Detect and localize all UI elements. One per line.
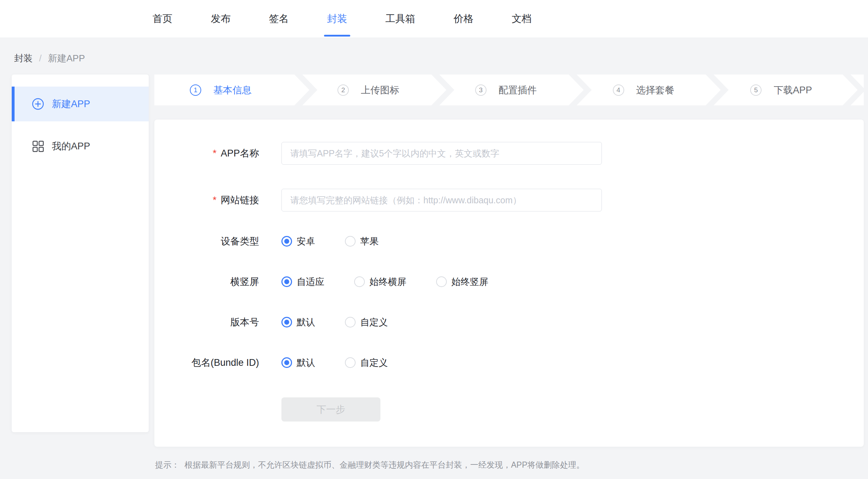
sidebar: 新建APP 我的APP [12, 75, 149, 432]
radio-label: 始终横屏 [369, 276, 406, 288]
next-step-button[interactable]: 下一步 [281, 397, 380, 422]
field-label-text: 网站链接 [221, 195, 259, 205]
radio-icon [436, 276, 447, 287]
breadcrumb-current: 新建APP [48, 52, 85, 65]
sidebar-item-new-app[interactable]: 新建APP [12, 87, 149, 121]
field-control: 默认 自定义 [281, 357, 418, 369]
main-nav: 首页 发布 签名 封装 工具箱 价格 文档 [153, 0, 532, 38]
radio-label: 苹果 [360, 235, 379, 248]
field-label: 版本号 [154, 316, 259, 329]
nav-label: 封装 [327, 12, 347, 26]
field-label: *APP名称 [154, 147, 259, 160]
radio-version-custom[interactable]: 自定义 [345, 316, 388, 329]
step-number-badge: 1 [190, 84, 201, 96]
step-configure-plugins: 3 配置插件 [451, 75, 589, 105]
plus-circle-icon [32, 98, 44, 110]
active-tab-underline [324, 35, 350, 37]
step-label: 上传图标 [361, 84, 399, 97]
radio-icon [345, 357, 356, 368]
nav-item-home[interactable]: 首页 [153, 0, 172, 38]
radio-label: 默认 [297, 316, 315, 329]
field-control: 默认 自定义 [281, 316, 418, 329]
radio-version-default[interactable]: 默认 [281, 316, 315, 329]
radio-orientation-landscape[interactable]: 始终横屏 [354, 276, 406, 288]
step-download-app: 5 下载APP [726, 75, 864, 105]
radio-label: 自定义 [360, 357, 388, 369]
site-url-input[interactable] [281, 189, 602, 211]
step-label: 选择套餐 [636, 84, 675, 97]
breadcrumb-section[interactable]: 封装 [14, 52, 33, 65]
radio-label: 自适应 [297, 276, 324, 288]
active-item-indicator [12, 87, 15, 121]
platform-rule-hint: 提示： 根据最新平台规则，不允许区块链虚拟币、金融理财类等违规内容在平台封装，一… [155, 459, 864, 470]
radio-icon [354, 276, 365, 287]
sidebar-item-label: 我的APP [52, 140, 90, 153]
required-mark: * [213, 148, 216, 159]
app-name-input[interactable] [281, 142, 602, 165]
radio-label: 始终竖屏 [451, 276, 488, 288]
content-layout: 新建APP 我的APP 1 基本信息 2 上传图标 [12, 75, 864, 470]
form-row-device-type: 设备类型 安卓 苹果 [154, 236, 864, 247]
field-label: *网站链接 [154, 194, 259, 207]
radio-icon [345, 317, 356, 327]
step-choose-plan: 4 选择套餐 [589, 75, 726, 105]
field-label: 设备类型 [154, 235, 259, 248]
form-row-bundle-id: 包名(Bundle ID) 默认 自定义 [154, 357, 864, 368]
radio-device-android[interactable]: 安卓 [281, 235, 315, 248]
grid-icon [32, 140, 44, 152]
field-control: 安卓 苹果 [281, 235, 408, 248]
nav-item-toolbox[interactable]: 工具箱 [385, 0, 415, 38]
radio-label: 自定义 [360, 316, 388, 329]
new-app-form-card: *APP名称 *网站链接 设备类型 [154, 120, 864, 447]
step-number-badge: 3 [475, 84, 487, 96]
form-row-orientation: 横竖屏 自适应 始终横屏 始终竖屏 [154, 276, 864, 287]
radio-icon [281, 236, 292, 247]
form-row-app-name: *APP名称 [154, 142, 864, 165]
field-label-text: 包名(Bundle ID) [191, 357, 259, 368]
nav-item-docs[interactable]: 文档 [512, 0, 532, 38]
field-label-text: 横竖屏 [230, 276, 259, 287]
field-label: 包名(Bundle ID) [154, 356, 259, 369]
nav-item-package[interactable]: 封装 [327, 0, 347, 38]
radio-orientation-portrait[interactable]: 始终竖屏 [436, 276, 488, 288]
nav-item-publish[interactable]: 发布 [211, 0, 231, 38]
form-row-site-url: *网站链接 [154, 189, 864, 211]
nav-item-pricing[interactable]: 价格 [454, 0, 473, 38]
radio-dot [284, 320, 289, 325]
radio-label: 默认 [297, 357, 315, 369]
radio-icon [281, 276, 292, 287]
field-label: 横竖屏 [154, 275, 259, 288]
top-navbar: 首页 发布 签名 封装 工具箱 价格 文档 [0, 0, 868, 38]
radio-icon [345, 236, 356, 247]
hint-text: 根据最新平台规则，不允许区块链虚拟币、金融理财类等违规内容在平台封装，一经发现，… [185, 459, 584, 470]
breadcrumb: 封装 / 新建APP [14, 52, 868, 65]
nav-label: 发布 [211, 12, 231, 26]
form-actions: 下一步 [281, 397, 864, 422]
radio-label: 安卓 [297, 235, 315, 248]
radio-dot [284, 239, 289, 244]
radio-bundle-default[interactable]: 默认 [281, 357, 315, 369]
nav-item-sign[interactable]: 签名 [269, 0, 289, 38]
nav-label: 价格 [454, 12, 473, 26]
step-label: 下载APP [774, 84, 812, 97]
breadcrumb-separator: / [39, 53, 42, 64]
step-label: 基本信息 [213, 84, 252, 97]
sidebar-item-my-apps[interactable]: 我的APP [12, 129, 149, 164]
form-row-version: 版本号 默认 自定义 [154, 316, 864, 328]
nav-label: 首页 [153, 12, 172, 26]
field-label-text: APP名称 [221, 148, 259, 159]
field-label-text: 设备类型 [221, 236, 259, 247]
radio-orientation-auto[interactable]: 自适应 [281, 276, 324, 288]
field-control [281, 189, 602, 211]
step-upload-icon: 2 上传图标 [313, 75, 451, 105]
radio-device-ios[interactable]: 苹果 [345, 235, 379, 248]
radio-dot [284, 279, 289, 284]
sidebar-item-label: 新建APP [52, 98, 90, 110]
radio-icon [281, 317, 292, 327]
field-label-text: 版本号 [230, 317, 259, 327]
radio-icon [281, 357, 292, 368]
radio-bundle-custom[interactable]: 自定义 [345, 357, 388, 369]
field-control [281, 142, 602, 165]
field-control: 自适应 始终横屏 始终竖屏 [281, 276, 518, 288]
main-panel: 1 基本信息 2 上传图标 3 配置插件 4 选择套餐 5 下载APP [154, 75, 864, 470]
